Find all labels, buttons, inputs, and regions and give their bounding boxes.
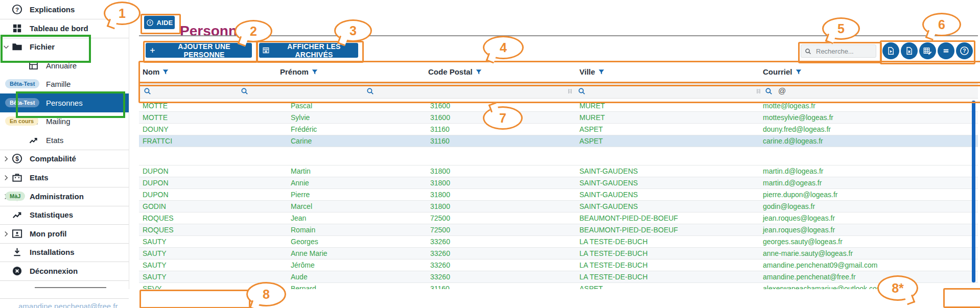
- cell-ville: LA TESTE-DE-BUCH: [579, 259, 648, 271]
- cell-nom: FRATTCI: [143, 135, 172, 147]
- table-row[interactable]: MOTTESylvie31600MURETmottesylvie@logeas.…: [139, 112, 978, 124]
- profile-card-icon: [11, 228, 23, 240]
- column-search-icon[interactable]: [366, 87, 375, 96]
- sidebar-item-label: Explications: [30, 5, 75, 14]
- sidebar-item-comptabilite[interactable]: $Comptabilité: [0, 149, 129, 169]
- table-row[interactable]: SAUTYJérôme33260LA TESTE-DE-BUCHamandine…: [139, 259, 978, 271]
- cell-prenom: Carine: [291, 135, 312, 147]
- cell-courriel: martin.d@logeas.fr: [763, 165, 823, 177]
- cell-courriel: carine.d@logeas.fr: [763, 135, 823, 147]
- sidebar-item-label: Comptabilité: [30, 154, 76, 163]
- cell-ville: BEAUMONT-PIED-DE-BOEUF: [579, 224, 678, 236]
- question-circle-icon: ?: [146, 19, 154, 27]
- question-circle-icon: ?: [11, 4, 23, 15]
- courriel-filter-value[interactable]: @: [778, 86, 786, 95]
- table-scrollbar-thumb[interactable]: [972, 101, 975, 282]
- sidebar-item-installations[interactable]: Installations: [0, 243, 129, 262]
- table-row[interactable]: SAUTYAude33260LA TESTE-DE-BUCHamandine.p…: [139, 271, 978, 283]
- cell-courriel: douny.fred@logeas.fr: [763, 124, 831, 135]
- column-search-icon[interactable]: [764, 87, 773, 96]
- page-title: Personnes: [180, 23, 253, 39]
- help-button[interactable]: ? AIDE: [144, 16, 175, 29]
- cell-prenom: Aude: [291, 271, 308, 283]
- annotation-callout-3: 3: [334, 19, 372, 42]
- table-row[interactable]: DOUNYFrédéric31160ASPETdouny.fred@logeas…: [139, 124, 978, 135]
- table-row[interactable]: DUPONMartin31800SAINT-GAUDENSmartin.d@lo…: [139, 165, 978, 177]
- sidebar-item-annuaire[interactable]: Annuaire: [0, 56, 129, 75]
- filter-funnel-icon[interactable]: [598, 68, 605, 76]
- svg-text:?: ?: [15, 7, 19, 13]
- equals-button[interactable]: [938, 42, 954, 59]
- sidebar-item-fichier[interactable]: Fichier: [0, 37, 129, 56]
- export-spreadsheet-icon: [904, 46, 914, 56]
- table-row[interactable]: DUPONAnnie31800SAINT-GAUDENSmartin.d@oge…: [139, 177, 978, 189]
- status-badge: Bêta-Test: [5, 79, 39, 88]
- cell-prenom: Anne Marie: [291, 248, 328, 259]
- cell-courriel: georges.sauty@logeas.fr: [763, 236, 843, 248]
- sidebar-item-administration[interactable]: AdministrationMàJ: [0, 187, 129, 206]
- sidebar-item-deconnexion[interactable]: Déconnexion: [0, 262, 129, 281]
- edit-columns-button[interactable]: [919, 42, 936, 59]
- table-row[interactable]: GODINMarcel31800SAINT-GAUDENSgodin@logea…: [139, 201, 978, 212]
- cell-cp: 31800: [430, 189, 450, 201]
- edit-columns-icon: [923, 46, 932, 56]
- filter-funnel-icon[interactable]: [162, 68, 169, 76]
- sidebar-item-mon-profil[interactable]: Mon profil: [0, 224, 129, 244]
- download-icon: [11, 246, 23, 258]
- sidebar-item-label: Etats: [46, 136, 63, 145]
- equals-icon: [941, 46, 951, 56]
- chevron-right-icon: [2, 229, 11, 239]
- export-report-button[interactable]: [882, 42, 899, 59]
- sidebar-item-explications[interactable]: ?Explications: [0, 0, 129, 19]
- table-row[interactable]: FRATTCICarine31160ASPETcarine.d@logeas.f…: [139, 135, 978, 147]
- table-row[interactable]: MOTTEPascal31600MURETmotte@logeas.fr: [139, 100, 978, 112]
- sidebar-item-mailing[interactable]: MailingEn cours: [0, 112, 129, 131]
- search-box: [801, 44, 876, 58]
- add-person-button[interactable]: AJOUTER UNE PERSONNE: [146, 43, 252, 58]
- sidebar-item-etats[interactable]: Etats: [0, 168, 129, 187]
- cell-nom: ROQUES: [143, 212, 174, 224]
- sidebar-item-personnes[interactable]: PersonnesBêta-Test: [0, 93, 129, 112]
- filter-funnel-icon[interactable]: [475, 68, 482, 76]
- table-row-empty[interactable]: [139, 147, 978, 165]
- table-row[interactable]: ROQUESRomain72500BEAUMONT-PIED-DE-BOEUFj…: [139, 224, 978, 236]
- sidebar-item-famille[interactable]: FamilleBêta-Test: [0, 75, 129, 93]
- export-spreadsheet-button[interactable]: [901, 42, 918, 59]
- table-row[interactable]: DUPONPierre31800SAINT-GAUDENSpierre.dupo…: [139, 189, 978, 201]
- cell-cp: 33260: [430, 236, 450, 248]
- cell-nom: DUPON: [143, 165, 169, 177]
- cell-prenom: Pierre: [291, 189, 310, 201]
- cell-courriel: martin.d@ogeas.fr: [763, 177, 822, 189]
- cell-ville: SAINT-GAUDENS: [579, 201, 638, 212]
- cell-cp: 31600: [430, 112, 450, 124]
- sidebar-item-etats[interactable]: Etats: [0, 131, 129, 150]
- table-filter-row: @: [139, 83, 978, 99]
- table-header-row: NomPrénomCode PostalVilleCourriel: [139, 62, 978, 82]
- cell-prenom: Jérôme: [291, 259, 315, 271]
- search-input[interactable]: [815, 47, 873, 56]
- table-row[interactable]: SAUTYGeorges33260LA TESTE-DE-BUCHgeorges…: [139, 236, 978, 248]
- column-search-icon[interactable]: [143, 87, 152, 96]
- cell-ville: LA TESTE-DE-BUCH: [579, 236, 648, 248]
- sidebar-item-label: Statistiques: [30, 210, 73, 219]
- column-search-icon[interactable]: [240, 87, 249, 96]
- filter-funnel-icon[interactable]: [311, 68, 318, 76]
- column-header-prenom: Prénom: [280, 67, 318, 76]
- cell-nom: DOUNY: [143, 124, 169, 135]
- cell-courriel: amandine.penchenat09@gmail.com: [763, 259, 877, 271]
- help-button[interactable]: ?: [956, 42, 973, 59]
- show-archived-button[interactable]: AFFICHER LES ARCHIVÉS: [259, 43, 358, 58]
- table-row[interactable]: SAUTYAnne Marie33260LA TESTE-DE-BUCHanne…: [139, 248, 978, 259]
- sidebar-item-label: Tableau de bord: [30, 24, 88, 33]
- sidebar-item-statistiques[interactable]: Statistiques: [0, 205, 129, 225]
- column-resize-handle-icon[interactable]: [566, 87, 574, 95]
- cell-nom: SAUTY: [143, 236, 167, 248]
- table-row[interactable]: ROQUESJean72500BEAUMONT-PIED-DE-BOEUFjea…: [139, 212, 978, 224]
- filter-funnel-icon[interactable]: [795, 68, 802, 76]
- sidebar-item-tableau-de-bord[interactable]: Tableau de bord: [0, 19, 129, 38]
- column-resize-handle-icon[interactable]: [755, 87, 762, 95]
- cell-prenom: Sylvie: [291, 112, 310, 124]
- cell-ville: LA TESTE-DE-BUCH: [579, 248, 648, 259]
- column-search-icon[interactable]: [577, 87, 586, 96]
- table-footer-bar: [Courriel] Contient '@' Supprimer: [129, 289, 980, 308]
